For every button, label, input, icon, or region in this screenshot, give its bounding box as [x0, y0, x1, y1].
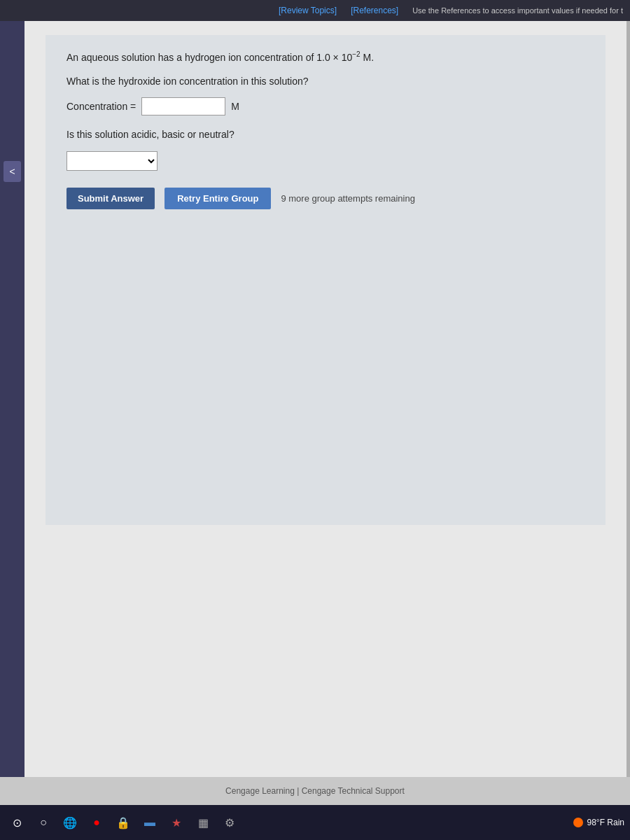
taskbar-app5-icon[interactable]: ▦ — [192, 811, 214, 834]
footer-links: Cengage Learning | Cengage Technical Sup… — [225, 786, 405, 796]
submit-answer-button[interactable]: Submit Answer — [66, 188, 155, 209]
button-row: Submit Answer Retry Entire Group 9 more … — [66, 188, 584, 209]
weather-icon — [573, 818, 583, 827]
dropdown-row: acidic basic neutral — [66, 151, 584, 171]
concentration-input[interactable] — [141, 97, 225, 115]
question-text-3: Is this solution acidic, basic or neutra… — [66, 127, 584, 142]
globe-icon: 🌐 — [63, 816, 77, 830]
top-bar: [Review Topics] [References] Use the Ref… — [0, 0, 630, 21]
taskbar-settings-icon[interactable]: ⚙ — [218, 811, 241, 834]
review-topics-link[interactable]: [Review Topics] — [279, 6, 337, 15]
taskbar-start-button[interactable]: ⊙ — [6, 811, 28, 834]
content-panel: An aqueous solution has a hydrogen ion c… — [24, 21, 626, 777]
exponent: −2 — [352, 50, 360, 58]
question-area: An aqueous solution has a hydrogen ion c… — [46, 35, 606, 525]
question-text-1: An aqueous solution has a hydrogen ion c… — [66, 49, 584, 65]
top-info-text: Use the References to access important v… — [412, 6, 623, 15]
chevron-left-icon: < — [9, 166, 15, 177]
references-link[interactable]: [References] — [351, 6, 398, 15]
solution-type-dropdown[interactable]: acidic basic neutral — [66, 151, 158, 171]
windows-icon: ⊙ — [13, 816, 22, 830]
app3-icon: ▬ — [144, 816, 155, 829]
attempts-remaining-text: 9 more group attempts remaining — [281, 193, 414, 204]
taskbar-app1-icon[interactable]: ● — [85, 811, 108, 834]
taskbar-browser-icon[interactable]: 🌐 — [59, 811, 81, 834]
search-icon: ○ — [40, 816, 47, 829]
taskbar-weather: 98°F Rain — [573, 818, 625, 827]
cengage-support-link[interactable]: Cengage Technical Support — [302, 786, 405, 796]
main-area: < An aqueous solution has a hydrogen ion… — [0, 21, 630, 777]
left-sidebar: < — [0, 21, 24, 777]
right-side-strip — [626, 21, 630, 777]
folder-icon: 🔒 — [116, 816, 130, 830]
taskbar: ⊙ ○ 🌐 ● 🔒 ▬ ★ ▦ ⚙ 98°F Rain — [0, 805, 630, 840]
concentration-row: Concentration = M — [66, 97, 584, 115]
weather-text: 98°F Rain — [587, 818, 625, 827]
sidebar-collapse-button[interactable]: < — [4, 161, 21, 182]
question-text-2: What is the hydroxide ion concentration … — [66, 74, 584, 89]
taskbar-app2-icon[interactable]: 🔒 — [112, 811, 134, 834]
taskbar-search-button[interactable]: ○ — [32, 811, 55, 834]
red-circle-icon: ● — [93, 816, 100, 829]
question-text-part1: An aqueous solution has a hydrogen ion c… — [66, 52, 352, 63]
gear-icon: ⚙ — [225, 816, 234, 830]
taskbar-app3-icon[interactable]: ▬ — [139, 811, 161, 834]
retry-group-button[interactable]: Retry Entire Group — [164, 188, 271, 209]
concentration-label: Concentration = — [66, 101, 136, 112]
concentration-unit: M — [231, 101, 239, 112]
cengage-learning-link[interactable]: Cengage Learning — [225, 786, 295, 796]
app4-icon: ★ — [172, 816, 181, 830]
footer-area: Cengage Learning | Cengage Technical Sup… — [0, 777, 630, 805]
question-text-end: M. — [360, 52, 374, 63]
taskbar-app4-icon[interactable]: ★ — [165, 811, 188, 834]
app5-icon: ▦ — [198, 816, 209, 830]
footer-separator: | — [295, 786, 302, 796]
